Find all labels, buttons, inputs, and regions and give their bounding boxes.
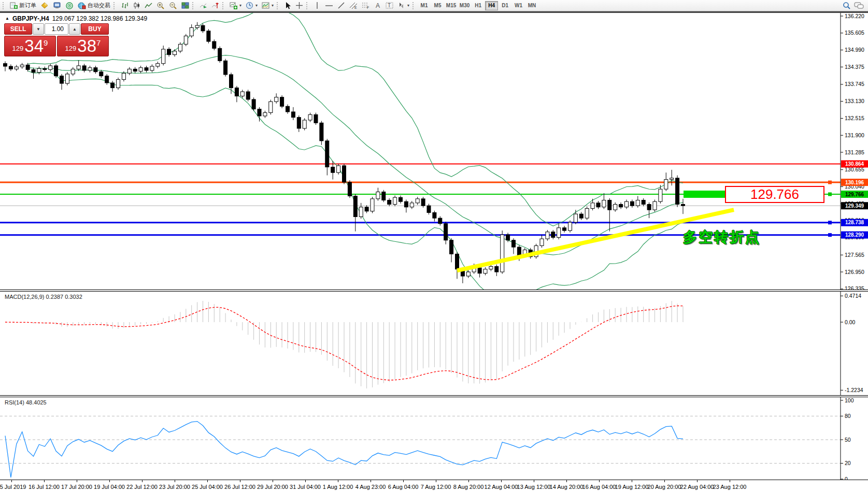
turning-point-annotation[interactable]: 多空转折点 [683,228,761,247]
tab-timeframe-mn[interactable]: MN [525,1,538,10]
toolbar-grip [3,2,6,9]
line-handle [828,233,832,237]
text-icon: A [375,2,381,9]
tab-timeframe-m1[interactable]: M1 [418,1,431,10]
crosshair-button[interactable] [293,1,305,11]
time-tick [730,480,730,482]
volume-increase-button[interactable]: ▲ [69,23,80,35]
zoom-in-button[interactable] [154,1,167,11]
cursor-icon [284,2,291,9]
svg-text:129.766: 129.766 [845,192,864,197]
sell-button[interactable]: SELL [4,23,32,35]
tab-timeframe-m30[interactable]: M30 [458,1,471,10]
arrows-button[interactable]: ▾ [395,1,411,11]
mt4-window: 新订单 自动交易 [0,0,868,492]
buy-price-button[interactable]: 129 38 7 [57,36,109,56]
svg-text:134.990: 134.990 [845,47,864,53]
bar-chart-button[interactable] [119,1,131,11]
rsi-value: 48.4025 [26,399,47,406]
crosshair-icon [295,2,303,9]
time-label: 15 Jul 2019 [0,484,26,490]
search-icon[interactable] [843,2,851,10]
tab-timeframe-m15[interactable]: M15 [445,1,458,10]
autotrading-button[interactable]: 自动交易 [76,1,112,11]
time-tick [632,480,632,482]
metaeditor-icon [40,2,49,9]
toolbar-grip [192,2,195,9]
chevron-down-icon: ▾ [407,3,409,8]
text-button[interactable]: A [372,1,383,11]
new-chart-button[interactable]: ▾ [227,1,244,11]
terminal-button[interactable] [51,1,63,11]
signals-icon [65,2,74,9]
fibonacci-button[interactable]: F [360,1,372,11]
auto-scroll-button[interactable] [197,1,209,11]
panel-separator[interactable] [0,395,868,397]
timeframe-switcher: M1M5M15M30H1H4D1W1MN [418,1,538,10]
time-label: 29 Jul 20:00 [257,484,288,490]
level-lines[interactable] [0,164,841,235]
chart-shift-button[interactable] [209,1,221,11]
sell-price-button[interactable]: 129 34 9 [4,36,56,56]
fibonacci-icon: F [362,2,370,9]
time-label: 13 Aug 12:00 [517,484,551,490]
chevron-down-icon: ▾ [239,3,241,8]
line-chart-button[interactable] [143,1,154,11]
collapse-icon[interactable]: ▲ [5,17,9,21]
rsi-panel[interactable]: 1008050200 [0,397,868,480]
candlestick-chart-button[interactable] [131,1,143,11]
periods-button[interactable]: ▾ [244,1,260,11]
time-label: 8 Aug 20:00 [453,484,484,490]
time-label: 12 Aug 04:00 [485,484,518,490]
svg-text:50: 50 [845,437,851,443]
panel-separator[interactable] [0,290,868,292]
svg-text:134.375: 134.375 [845,64,864,70]
tab-timeframe-h1[interactable]: H1 [472,1,485,10]
metaeditor-button[interactable] [38,1,51,11]
svg-text:127.565: 127.565 [845,252,864,258]
template-chart-icon [262,2,269,9]
chart-shift-icon [211,2,219,9]
toolbar-grip [277,2,280,9]
buy-button[interactable]: BUY [81,23,109,35]
tab-timeframe-h4[interactable]: H4 [485,1,498,10]
volume-decrease-button[interactable]: ▼ [33,23,44,35]
cursor-button[interactable] [282,1,293,11]
time-tick [697,480,698,482]
price-chart[interactable]: 136.220135.605134.990134.375133.745133.1… [0,13,868,290]
time-label: 14 Aug 20:00 [550,484,584,490]
signals-button[interactable] [63,1,76,11]
vertical-line-button[interactable] [311,1,323,11]
svg-text:136.220: 136.220 [845,13,864,19]
tile-windows-button[interactable] [179,1,191,11]
svg-text:100: 100 [845,397,854,403]
time-label: 17 Jul 20:00 [61,484,92,490]
macd-panel[interactable]: 0.47140.00-1.2234 [0,292,868,395]
equidistant-channel-button[interactable]: E [347,1,360,11]
horizontal-line-button[interactable] [323,1,335,11]
sell-pipette: 9 [44,38,48,47]
tab-timeframe-m5[interactable]: M5 [431,1,444,10]
price-callout-label[interactable]: 129.766 [725,186,824,203]
toolbar-grip [113,2,117,9]
price-axis: 136.220135.605134.990134.375133.745133.1… [841,13,864,290]
text-label-button[interactable]: T [383,1,395,11]
rsi-line [5,422,683,477]
tab-timeframe-w1[interactable]: W1 [512,1,525,10]
time-label: 25 Jul 04:00 [192,484,223,490]
new-order-button[interactable]: 新订单 [8,1,38,11]
chat-icon[interactable] [854,2,864,10]
arrows-icon [397,2,405,9]
macd-histogram [5,301,683,388]
templates-button[interactable]: ▾ [260,1,276,11]
trendline-button[interactable] [335,1,347,11]
svg-text:E: E [354,6,357,9]
text-label-icon: T [386,2,393,9]
volume-input[interactable]: 1.00 [45,23,68,35]
tab-timeframe-d1[interactable]: D1 [499,1,511,10]
time-label: 22 Jul 12:00 [126,484,158,490]
svg-text:132.515: 132.515 [845,115,864,121]
toolbar-edge [0,11,868,13]
time-axis[interactable]: 15 Jul 201916 Jul 12:0017 Jul 20:0019 Ju… [0,480,868,492]
zoom-out-button[interactable] [167,1,179,11]
